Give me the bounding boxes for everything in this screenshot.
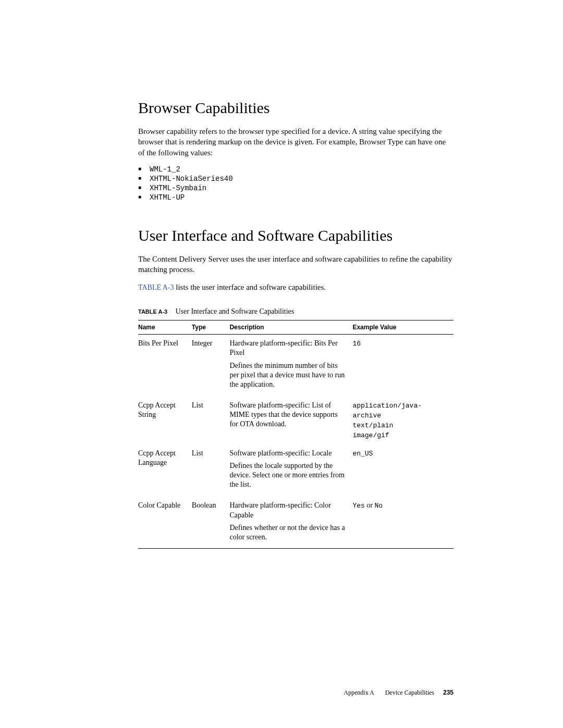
desc-secondary: Defines the locale supported by the devi… [229, 461, 347, 490]
section-paragraph-ui-1: The Content Delivery Server uses the use… [138, 254, 454, 275]
cell-type: Boolean [192, 497, 230, 548]
desc-primary: Software platform-specific: List of MIME… [229, 401, 347, 429]
table-header-row: Name Type Description Example Value [138, 320, 454, 335]
list-item: XHTML-NokiaSeries40 [138, 175, 454, 183]
list-item: XHTML-UP [138, 193, 454, 202]
cell-type: List [192, 397, 230, 445]
cell-example: en_US [352, 445, 454, 497]
desc-primary: Hardware platform-specific: Bits Per Pix… [229, 339, 347, 357]
footer-chapter: Device Capabilities [385, 689, 434, 696]
cell-example: application/java-archive text/plain imag… [352, 397, 454, 445]
cell-type: Integer [192, 335, 230, 397]
footer-page-number: 235 [443, 689, 454, 696]
example-or: or [365, 501, 375, 509]
table-row: Ccpp Accept Language List Software platf… [138, 445, 454, 497]
desc-secondary: Defines the minimum number of bits per p… [229, 361, 347, 390]
cell-name: Ccpp Accept Language [138, 445, 192, 497]
example-value: en_US [352, 450, 373, 458]
example-value: application/java-archive text/plain imag… [352, 402, 422, 439]
example-value: 16 [352, 340, 361, 348]
table-reference-link[interactable]: TABLE A-3 [138, 283, 174, 291]
table-row: Ccpp Accept String List Software platfor… [138, 397, 454, 445]
section-heading-browser: Browser Capabilities [138, 99, 454, 117]
reference-rest: lists the user interface and software ca… [174, 283, 326, 291]
desc-primary: Hardware platform-specific: Color Capabl… [229, 501, 347, 520]
cell-description: Hardware platform-specific: Bits Per Pix… [229, 335, 352, 397]
col-header-type: Type [192, 320, 230, 335]
cell-name: Color Capable [138, 497, 192, 548]
table-caption: TABLE A-3 User Interface and Software Ca… [138, 307, 454, 316]
cell-name: Bits Per Pixel [138, 335, 192, 397]
table-row: Color Capable Boolean Hardware platform-… [138, 497, 454, 548]
footer-appendix: Appendix A [344, 689, 374, 696]
cell-description: Software platform-specific: List of MIME… [229, 397, 352, 445]
col-header-description: Description [229, 320, 352, 335]
cell-description: Hardware platform-specific: Color Capabl… [229, 497, 352, 548]
table-title: User Interface and Software Capabilities [175, 307, 294, 315]
desc-primary: Software platform-specific: Locale [229, 449, 347, 458]
document-page: Browser Capabilities Browser capability … [0, 0, 563, 728]
table-row: Bits Per Pixel Integer Hardware platform… [138, 335, 454, 397]
section-paragraph-browser: Browser capability refers to the browser… [138, 126, 454, 158]
section-heading-ui: User Interface and Software Capabilities [138, 227, 454, 244]
table-label: TABLE A-3 [138, 309, 167, 315]
cell-type: List [192, 445, 230, 497]
col-header-example: Example Value [352, 320, 454, 335]
browser-type-list: WML-1_2 XHTML-NokiaSeries40 XHTML-Symbai… [138, 165, 454, 202]
page-footer: Appendix A Device Capabilities 235 [344, 689, 454, 697]
desc-secondary: Defines whether or not the device has a … [229, 523, 347, 542]
col-header-name: Name [138, 320, 192, 335]
cell-example: Yes or No [352, 497, 454, 548]
example-value-no: No [374, 502, 383, 510]
example-value-yes: Yes [352, 502, 364, 510]
capabilities-table: Name Type Description Example Value Bits… [138, 320, 454, 549]
cell-name: Ccpp Accept String [138, 397, 192, 445]
list-item: XHTML-Symbain [138, 184, 454, 192]
list-item: WML-1_2 [138, 165, 454, 174]
cell-example: 16 [352, 335, 454, 397]
cell-description: Software platform-specific: Locale Defin… [229, 445, 352, 497]
section-paragraph-ui-2: TABLE A-3 lists the user interface and s… [138, 282, 454, 293]
